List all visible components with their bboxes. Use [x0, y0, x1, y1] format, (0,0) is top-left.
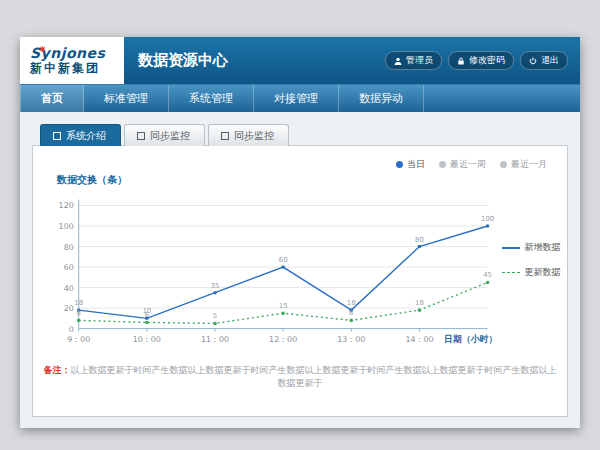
change-password-label: 修改密码 — [469, 54, 505, 67]
svg-text:日期（小时）: 日期（小时） — [444, 334, 498, 344]
svg-text:100: 100 — [59, 222, 74, 231]
svg-text:18: 18 — [347, 299, 356, 307]
tab-icon — [137, 132, 145, 140]
svg-text:6: 6 — [145, 311, 149, 319]
filter-last-month-dot-icon — [500, 161, 507, 168]
tab-sync-monitor-1[interactable]: 同步监控 — [124, 124, 205, 146]
user-actions: 管理员 修改密码 退出 — [385, 37, 580, 84]
svg-text:80: 80 — [415, 236, 424, 244]
nav-item-integration-mgmt[interactable]: 对接管理 — [254, 85, 339, 112]
svg-text:12：00: 12：00 — [269, 335, 297, 344]
tab-system-intro-label: 系统介绍 — [66, 129, 106, 143]
chart-y-axis-title: 数据交换（条） — [57, 173, 567, 187]
svg-text:35: 35 — [211, 282, 220, 290]
admin-user-label: 管理员 — [406, 54, 433, 67]
logout-label: 退出 — [541, 54, 559, 67]
svg-text:60: 60 — [279, 256, 288, 264]
svg-text:60: 60 — [64, 263, 74, 272]
user-icon — [394, 57, 402, 65]
svg-text:45: 45 — [483, 271, 492, 279]
nav-item-home-label: 首页 — [41, 91, 63, 106]
svg-text:120: 120 — [59, 201, 74, 210]
legend-line-dashed-icon — [502, 272, 520, 273]
change-password-button[interactable]: 修改密码 — [448, 51, 514, 70]
power-icon — [529, 57, 537, 65]
chart-panel: 当日 最近一周 最近一月 数据交换（条） 0204060801001209：00… — [32, 145, 568, 417]
filter-today-label: 当日 — [407, 158, 425, 171]
nav-item-system-mgmt-label: 系统管理 — [189, 91, 233, 106]
app-title: 数据资源中心 — [124, 51, 228, 70]
tab-icon — [53, 132, 61, 140]
filter-last-month-label: 最近一月 — [511, 158, 547, 171]
svg-text:9：00: 9：00 — [67, 335, 90, 344]
nav-item-data-change-label: 数据异动 — [359, 91, 403, 106]
svg-text:11：00: 11：00 — [201, 335, 229, 344]
svg-text:20: 20 — [64, 304, 74, 313]
header: ✱ Synjones 新中新集团 数据资源中心 管理员 修改密码 — [20, 37, 580, 84]
legend-item-new-data: 新增数据 — [502, 241, 568, 254]
svg-text:14：00: 14：00 — [405, 335, 433, 344]
svg-text:8: 8 — [76, 309, 80, 317]
brand-name-cn: 新中新集团 — [30, 61, 124, 76]
nav-item-data-change[interactable]: 数据异动 — [339, 85, 424, 112]
tab-sync-monitor-1-label: 同步监控 — [150, 129, 190, 143]
legend-line-solid-icon — [502, 247, 520, 249]
footnote-text: 以上数据更新于时间产生数据以上数据更新于时间产生数据以上数据更新于时间产生数据以… — [71, 365, 557, 388]
svg-text:8: 8 — [349, 309, 353, 317]
lock-icon — [457, 57, 465, 65]
svg-text:5: 5 — [213, 312, 217, 320]
tab-system-intro[interactable]: 系统介绍 — [40, 124, 121, 146]
app-window: ✱ Synjones 新中新集团 数据资源中心 管理员 修改密码 — [20, 37, 580, 428]
svg-text:18: 18 — [74, 299, 83, 307]
tab-sync-monitor-2[interactable]: 同步监控 — [208, 124, 289, 146]
svg-text:10：00: 10：00 — [133, 335, 161, 344]
nav-item-standard-mgmt-label: 标准管理 — [104, 91, 148, 106]
svg-text:0: 0 — [69, 325, 74, 334]
tab-icon — [221, 132, 229, 140]
nav-item-home[interactable]: 首页 — [20, 85, 84, 112]
filter-last-week[interactable]: 最近一周 — [439, 158, 486, 171]
footnote-label: 备注： — [44, 365, 71, 375]
brand-star-icon: ✱ — [39, 42, 46, 57]
nav-item-integration-mgmt-label: 对接管理 — [274, 91, 318, 106]
svg-text:100: 100 — [481, 215, 494, 223]
legend-label-new-data: 新增数据 — [525, 241, 561, 254]
filter-today-dot-icon — [396, 161, 403, 168]
footnote: 备注：以上数据更新于时间产生数据以上数据更新于时间产生数据以上数据更新于时间产生… — [33, 364, 567, 390]
nav-item-system-mgmt[interactable]: 系统管理 — [169, 85, 254, 112]
tab-sync-monitor-2-label: 同步监控 — [234, 129, 274, 143]
legend-label-updated-data: 更新数据 — [525, 266, 561, 279]
brand-name: ✱ Synjones — [30, 46, 124, 61]
svg-text:18: 18 — [415, 299, 424, 307]
admin-user-button[interactable]: 管理员 — [385, 51, 442, 70]
tab-bar: 系统介绍 同步监控 同步监控 — [40, 124, 568, 146]
svg-text:15: 15 — [279, 302, 288, 310]
main-nav: 首页 标准管理 系统管理 对接管理 数据异动 — [20, 84, 580, 112]
line-chart: 0204060801001209：0010：0011：0012：0013：001… — [39, 189, 502, 359]
filter-last-week-dot-icon — [439, 161, 446, 168]
filter-today[interactable]: 当日 — [396, 158, 425, 171]
range-filter-group: 当日 最近一周 最近一月 — [33, 146, 567, 171]
filter-last-month[interactable]: 最近一月 — [500, 158, 547, 171]
svg-text:80: 80 — [64, 243, 74, 252]
brand-logo: ✱ Synjones 新中新集团 — [20, 37, 124, 84]
content-area: 系统介绍 同步监控 同步监控 当日 最近一周 — [20, 112, 580, 429]
svg-text:13：00: 13：00 — [337, 335, 365, 344]
logout-button[interactable]: 退出 — [520, 51, 568, 70]
nav-item-standard-mgmt[interactable]: 标准管理 — [84, 85, 169, 112]
chart-row: 0204060801001209：0010：0011：0012：0013：001… — [33, 189, 567, 359]
chart-legend: 新增数据 更新数据 — [502, 241, 568, 359]
filter-last-week-label: 最近一周 — [450, 158, 486, 171]
legend-item-updated-data: 更新数据 — [502, 266, 568, 279]
svg-text:40: 40 — [64, 284, 74, 293]
